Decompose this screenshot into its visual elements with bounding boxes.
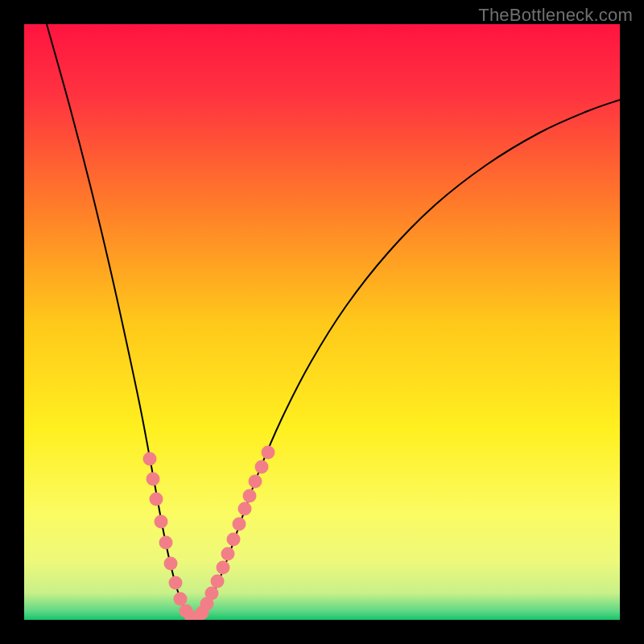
chart-plot-area: [24, 24, 620, 620]
marker-dot: [221, 547, 235, 561]
marker-dot: [227, 533, 241, 547]
watermark-text: TheBottleneck.com: [478, 5, 633, 26]
marker-dot: [243, 489, 257, 503]
marker-dot: [233, 518, 246, 531]
outer-frame: TheBottleneck.com: [0, 0, 644, 644]
chart-background: [24, 24, 620, 620]
marker-dot: [159, 536, 173, 550]
marker-dot: [150, 493, 163, 506]
marker-dot: [155, 515, 168, 529]
marker-dot: [164, 557, 178, 571]
marker-dot: [255, 460, 269, 474]
marker-dot: [174, 592, 188, 606]
marker-dot: [249, 475, 262, 489]
chart-svg: [24, 24, 620, 620]
marker-dot: [169, 576, 183, 590]
marker-dot: [205, 587, 219, 601]
marker-dot: [238, 502, 252, 516]
marker-dot: [211, 575, 225, 588]
marker-dot: [217, 561, 230, 575]
marker-dot: [143, 452, 157, 466]
marker-dot: [147, 473, 160, 486]
marker-dot: [262, 446, 275, 460]
